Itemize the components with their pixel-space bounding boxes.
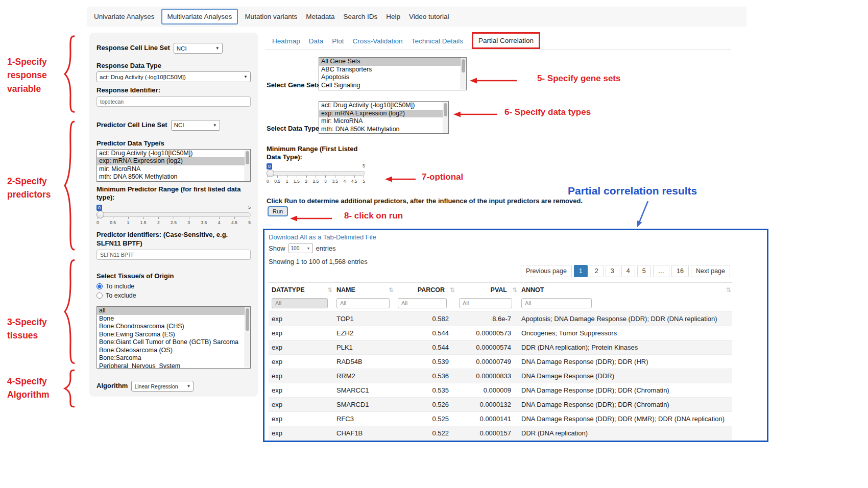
listbox-option[interactable]: Bone:Osteosarcoma (OS) <box>97 347 250 355</box>
page-button[interactable]: Previous page <box>521 265 572 277</box>
subtab[interactable]: Data <box>309 37 324 45</box>
cell-parcor: 0.544 <box>395 326 456 340</box>
run-button[interactable]: Run <box>268 206 288 216</box>
listbox-option[interactable]: Bone:Sarcoma <box>97 354 250 362</box>
response-identifier-input[interactable] <box>97 96 251 107</box>
scrollbar[interactable] <box>461 58 466 89</box>
subtab[interactable]: Plot <box>332 37 344 45</box>
subtab[interactable]: Heatmap <box>272 37 300 45</box>
scrollbar[interactable] <box>443 102 448 133</box>
slider-track[interactable] <box>97 212 251 217</box>
listbox-option[interactable]: act: Drug Activity (-log10[IC50M]) <box>319 102 448 110</box>
column-header[interactable]: PVAL ⇅ <box>456 283 518 298</box>
filter-parcor-input[interactable] <box>398 298 447 308</box>
show-entries-row: Show 100 ▼ entries <box>269 243 763 253</box>
page-size-select[interactable]: 100 ▼ <box>288 243 313 253</box>
listbox-option[interactable]: mir: MicroRNA <box>97 165 250 174</box>
listbox-option[interactable]: mth: DNA 850K Methylation <box>97 173 250 181</box>
cell-annot: DDR (DNA replication) <box>518 426 732 441</box>
listbox-option[interactable]: mth: DNA 850K Methylation <box>319 126 448 134</box>
slider-track[interactable] <box>267 171 365 176</box>
subtab[interactable]: Technical Details <box>412 37 463 45</box>
listbox-option[interactable]: All Gene Sets <box>319 58 466 66</box>
table-row: exp CHAF1B 0.522 0.0000157 DDR (DNA repl… <box>269 426 732 441</box>
listbox-option[interactable]: all <box>97 307 250 315</box>
cell-parcor: 0.525 <box>395 412 456 426</box>
listbox-option[interactable]: Cell Signaling <box>319 82 466 90</box>
min-range-slider: 0 5 00.511.522.533.544.55 <box>267 163 365 184</box>
nav-tab[interactable]: Search IDs <box>341 9 379 24</box>
listbox-option[interactable]: Peripheral_Nervous_System <box>97 362 250 369</box>
nav-tab[interactable]: Help <box>384 9 402 24</box>
page-button[interactable]: 1 <box>574 265 588 277</box>
listbox-option[interactable]: exp: mRNA Expression (log2) <box>319 110 448 118</box>
slider-tick-label: 4.5 <box>231 220 237 225</box>
listbox-option[interactable]: Bone:Ewing Sarcoma (ES) <box>97 331 250 339</box>
annotation-partial-correlation-results: Partial correlation results <box>568 185 697 197</box>
predictor-identifiers-input[interactable] <box>97 250 251 260</box>
response-data-type-select[interactable]: act: Drug Activity (-log10[IC50M]) ▼ <box>97 71 251 82</box>
predictor-data-types-listbox[interactable]: act: Drug Activity (-log10[IC50M])exp: m… <box>97 149 251 182</box>
listbox-option[interactable]: mir: MicroRNA <box>319 117 448 126</box>
listbox-option[interactable]: Bone:Giant Cell Tumor of Bone (GCTB) Sar… <box>97 338 250 347</box>
tissue-include-option[interactable]: To include <box>97 283 251 290</box>
predictor-cell-line-set-value: NCI <box>174 122 184 128</box>
cell-annot: DNA Damage Response (DDR); DDR (Chromati… <box>518 398 732 412</box>
gene-sets-listbox[interactable]: All Gene SetsABC TransportersApoptosisCe… <box>319 57 467 90</box>
subtab[interactable]: Partial Correlation <box>472 32 540 49</box>
scrollbar-thumb[interactable] <box>246 308 249 331</box>
page-button[interactable]: 4 <box>621 265 635 277</box>
column-header[interactable]: NAME ⇅ <box>333 283 395 298</box>
download-link[interactable]: Download All as a Tab-Delimited File <box>269 233 763 241</box>
filter-annot-input[interactable] <box>521 298 592 308</box>
sort-icon: ⇅ <box>450 286 455 294</box>
data-types-listbox[interactable]: act: Drug Activity (-log10[IC50M])exp: m… <box>319 101 449 134</box>
column-header[interactable]: DATATYPE ⇅ <box>269 283 333 298</box>
predictor-cell-line-set-select[interactable]: NCI ▼ <box>171 120 220 131</box>
filter-name-input[interactable] <box>336 298 390 308</box>
analysis-subtabs: HeatmapDataPlotCross-ValidationTechnical… <box>266 32 731 50</box>
listbox-option[interactable]: Bone:Chondrosarcoma (CHS) <box>97 323 250 331</box>
filter-datatype-input[interactable] <box>272 298 328 308</box>
page-button[interactable]: 16 <box>671 265 689 277</box>
sort-icon: ⇅ <box>389 286 394 294</box>
column-header[interactable]: ANNOT ⇅ <box>518 283 732 298</box>
listbox-option[interactable]: Apoptosis <box>319 74 466 82</box>
scrollbar-thumb[interactable] <box>246 151 249 164</box>
slider-tick-label: 2.5 <box>171 220 177 225</box>
response-cell-line-set-select[interactable]: NCI ▼ <box>174 43 223 54</box>
page-button[interactable]: 5 <box>637 265 651 277</box>
column-header[interactable]: PARCOR ⇅ <box>395 283 456 298</box>
scrollbar[interactable] <box>245 307 250 368</box>
page-button[interactable]: … <box>653 265 670 277</box>
nav-tab[interactable]: Mutation variants <box>243 9 299 24</box>
scrollbar-thumb[interactable] <box>444 103 447 116</box>
listbox-option[interactable]: ABC Transporters <box>319 66 466 74</box>
page-button[interactable]: 2 <box>590 265 604 277</box>
page-button[interactable]: 3 <box>606 265 619 277</box>
radio-unchecked-icon[interactable] <box>97 292 103 299</box>
nav-tab[interactable]: Metadata <box>304 9 336 24</box>
nav-tab[interactable]: Video tutorial <box>407 9 451 24</box>
tissue-exclude-option[interactable]: To exclude <box>97 292 251 299</box>
listbox-option[interactable]: Bone <box>97 315 250 323</box>
page-button[interactable]: Next page <box>691 265 730 277</box>
slider-tick-label: 5 <box>363 179 365 184</box>
page-size-value: 100 <box>291 246 300 251</box>
cell-pval: 0.0000157 <box>456 426 518 441</box>
filter-pval-input[interactable] <box>459 298 512 308</box>
listbox-option[interactable]: exp: mRNA Expression (log2) <box>97 157 250 165</box>
response-cell-line-set-row: Response Cell Line Set NCI ▼ <box>97 43 251 54</box>
nav-tab[interactable]: Multivariate Analyses <box>161 9 238 25</box>
slider-tick-label: 3.5 <box>332 179 338 184</box>
radio-checked-icon[interactable] <box>97 283 103 289</box>
arrow-run <box>289 215 333 222</box>
algorithm-select[interactable]: Linear Regression ▼ <box>131 381 194 392</box>
subtab[interactable]: Cross-Validation <box>353 37 403 45</box>
scrollbar-thumb[interactable] <box>462 59 465 72</box>
nav-tab[interactable]: Univariate Analyses <box>92 9 157 24</box>
dropdown-arrow-icon: ▼ <box>213 123 217 128</box>
tissue-listbox[interactable]: allBoneBone:Chondrosarcoma (CHS)Bone:Ewi… <box>97 306 251 369</box>
listbox-option[interactable]: act: Drug Activity (-log10[IC50M]) <box>97 150 250 158</box>
scrollbar[interactable] <box>245 150 250 181</box>
